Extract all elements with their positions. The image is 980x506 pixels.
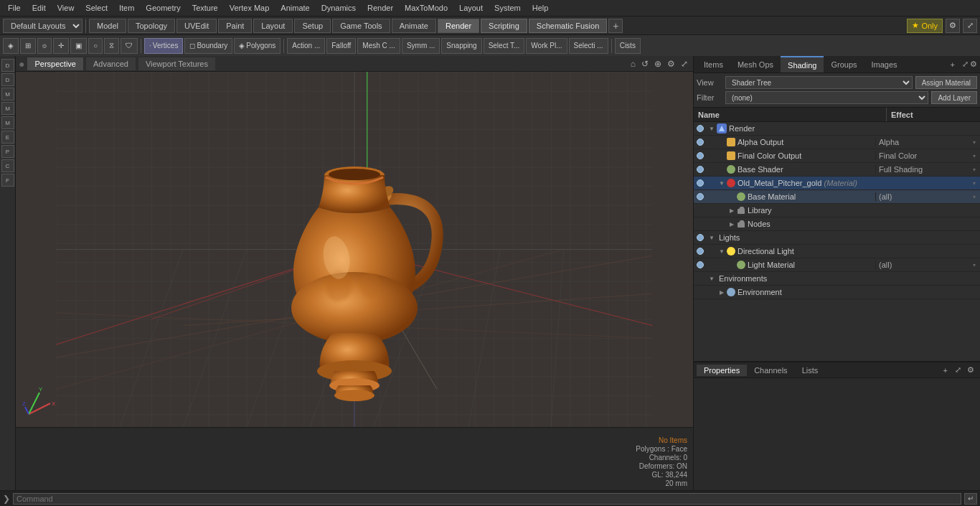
menu-system[interactable]: System	[489, 2, 526, 14]
bottom-tab-channels[interactable]: Channels	[747, 365, 794, 376]
vis-toggle-base-mat[interactable]	[694, 190, 707, 204]
toggle-lights[interactable]	[707, 231, 717, 245]
toolbar-vertices-btn[interactable]: · Vertices	[144, 38, 183, 54]
tree-row-alpha-output[interactable]: Alpha Output Alpha ▾	[694, 136, 980, 149]
layout-tab-game-tools[interactable]: Game Tools	[332, 19, 390, 33]
viewport-expand-btn[interactable]: ⤢	[679, 59, 690, 69]
arrow-base-shader[interactable]: ▾	[969, 167, 980, 173]
menu-select[interactable]: Select	[80, 2, 113, 14]
tree-row-environment[interactable]: Environment	[694, 286, 980, 299]
vis-toggle-alpha[interactable]	[694, 136, 707, 149]
viewport-rotate-btn[interactable]: ↺	[639, 59, 651, 69]
arrow-base-material[interactable]: ▾	[969, 194, 980, 200]
tree-row-light-material[interactable]: Light Material (all) ▾	[694, 258, 980, 272]
layout-dropdown[interactable]: Default Layouts	[3, 19, 83, 33]
add-layer-button[interactable]: Add Layer	[931, 91, 977, 104]
arrow-final-color[interactable]: ▾	[969, 153, 980, 159]
bottom-tab-add[interactable]: +	[939, 365, 952, 376]
toolbar-box-btn[interactable]: ▣	[70, 38, 87, 54]
settings-icon-btn[interactable]: ⚙	[946, 19, 960, 33]
vis-toggle-dir-light[interactable]	[694, 245, 707, 258]
assign-material-button[interactable]: Assign Material	[915, 76, 977, 89]
vis-toggle-light-mat[interactable]	[694, 258, 707, 272]
arrow-metal[interactable]: ▾	[969, 180, 980, 187]
star-button[interactable]: ★ Only	[907, 19, 943, 33]
toggle-metal[interactable]	[717, 177, 727, 190]
layout-tab-setup[interactable]: Setup	[294, 19, 331, 33]
sidebar-tool-9[interactable]: F	[1, 174, 14, 187]
arrow-light-material[interactable]: ▾	[969, 262, 980, 268]
sidebar-tool-3[interactable]: M	[1, 88, 14, 100]
tree-row-render[interactable]: Render	[694, 122, 980, 136]
toolbar-mode-selector[interactable]: ◈	[3, 38, 19, 54]
tree-row-base-shader[interactable]: Base Shader Full Shading ▾	[694, 163, 980, 177]
layout-tab-model[interactable]: Model	[89, 19, 126, 33]
shader-filter-select[interactable]: (none)	[725, 91, 928, 104]
layout-tab-animate[interactable]: Animate	[392, 19, 436, 33]
shader-tree[interactable]: Render Alpha Output Alpha ▾	[694, 122, 980, 361]
bottom-tab-properties[interactable]: Properties	[697, 365, 747, 376]
menu-animate[interactable]: Animate	[275, 2, 314, 14]
menu-vertex-map[interactable]: Vertex Map	[225, 2, 275, 14]
viewport-zoom-btn[interactable]: ⊕	[652, 59, 664, 69]
bottom-tab-lists[interactable]: Lists	[795, 365, 826, 376]
menu-render[interactable]: Render	[362, 2, 398, 14]
panel-tab-items[interactable]: Items	[697, 56, 730, 72]
layout-tab-schematic[interactable]: Schematic Fusion	[529, 19, 607, 33]
command-input[interactable]	[13, 493, 961, 505]
vis-toggle-render[interactable]	[694, 122, 707, 136]
sidebar-tool-5[interactable]: M	[1, 116, 14, 129]
tree-row-environments[interactable]: Environments	[694, 272, 980, 286]
bottom-settings-btn[interactable]: ⚙	[964, 364, 977, 376]
panel-tab-images[interactable]: Images	[864, 56, 905, 72]
panel-tab-shading[interactable]: Shading	[781, 56, 824, 72]
vis-toggle-lights[interactable]	[694, 231, 707, 245]
viewport-tab-advanced[interactable]: Advanced	[86, 57, 136, 70]
sidebar-tool-2[interactable]: D	[1, 73, 14, 86]
viewport-gear-btn[interactable]: ⚙	[665, 59, 677, 69]
panel-tab-groups[interactable]: Groups	[824, 56, 864, 72]
tree-row-library[interactable]: Library	[694, 204, 980, 217]
layout-tab-paint[interactable]: Paint	[218, 19, 252, 33]
panel-tab-add[interactable]: +	[946, 60, 959, 69]
toolbar-mirror-btn[interactable]: ⧖	[104, 38, 119, 54]
viewport-tab-textures[interactable]: Viewport Textures	[138, 57, 215, 70]
tree-row-base-material[interactable]: Base Material (all) ▾	[694, 190, 980, 204]
toolbar-boundary-btn[interactable]: ◻ Boundary	[184, 38, 232, 54]
toolbar-grid-btn[interactable]: ⊞	[20, 38, 36, 54]
menu-dynamics[interactable]: Dynamics	[316, 2, 361, 14]
tree-row-lights[interactable]: Lights	[694, 231, 980, 245]
viewport-3d[interactable]: X Y Z	[16, 72, 693, 427]
bottom-expand-btn[interactable]: ⤢	[952, 364, 964, 376]
sidebar-tool-7[interactable]: P	[1, 145, 14, 158]
panel-tab-mesh-ops[interactable]: Mesh Ops	[730, 56, 781, 72]
viewport-home-btn[interactable]: ⌂	[628, 59, 638, 69]
arrow-alpha[interactable]: ▾	[969, 139, 980, 146]
toolbar-transform-btn[interactable]: ✛	[53, 38, 69, 54]
toolbar-symm-btn[interactable]: Symm ...	[402, 38, 440, 54]
toolbar-polygons-btn[interactable]: ◈ Polygons	[234, 38, 281, 54]
menu-file[interactable]: File	[3, 2, 26, 14]
toolbar-sphere-btn[interactable]: ○	[88, 38, 103, 54]
panel-settings-btn[interactable]: ⚙	[970, 60, 977, 69]
menu-help[interactable]: Help	[527, 2, 554, 14]
toggle-environment[interactable]	[717, 286, 727, 299]
tree-row-directional-light[interactable]: Directional Light	[694, 245, 980, 258]
menu-view[interactable]: View	[52, 2, 80, 14]
command-submit-btn[interactable]: ↵	[964, 493, 977, 505]
toggle-render[interactable]	[707, 122, 717, 136]
tree-row-old-metal[interactable]: Old_Metal_Pitcher_gold (Material) ▾	[694, 177, 980, 190]
layout-tab-scripting[interactable]: Scripting	[481, 19, 527, 33]
expand-icon-btn[interactable]: ⤢	[963, 19, 977, 33]
toggle-nodes[interactable]	[727, 217, 737, 231]
menu-item[interactable]: Item	[114, 2, 139, 14]
menu-edit[interactable]: Edit	[27, 2, 51, 14]
toolbar-select-btn[interactable]: Select T...	[484, 38, 525, 54]
toolbar-falloff-btn[interactable]: Falloff	[326, 38, 356, 54]
toolbar-mesh-btn[interactable]: Mesh C ...	[357, 38, 400, 54]
toolbar-action-btn[interactable]: Action ...	[287, 38, 325, 54]
vis-toggle-final[interactable]	[694, 149, 707, 163]
sidebar-tool-6[interactable]: E	[1, 131, 14, 144]
toolbar-workplane-btn[interactable]: Work Pl...	[526, 38, 567, 54]
menu-maxtomodo[interactable]: MaxToModo	[400, 2, 453, 14]
